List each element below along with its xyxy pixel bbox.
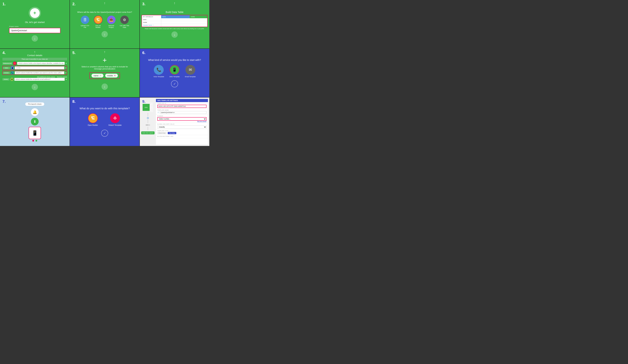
template-id-label: TEMPLATE ID	[157, 103, 207, 104]
reference-id-input[interactable]	[17, 62, 65, 65]
minus-btn[interactable]: −	[150, 106, 153, 109]
template-action-question: What do you want to do with this templat…	[79, 107, 130, 110]
upload-csv-label: Upload CSV File	[80, 25, 90, 28]
table-row-add[interactable]: Variable Name +	[142, 24, 207, 27]
phone-note: Please note that phone numbers should st…	[145, 28, 204, 29]
flow-line-1	[148, 113, 148, 117]
multipart-group: ALLOW MULTIPART SMS	[156, 135, 208, 138]
personalization-text: Select or unselect columns that you wish…	[78, 66, 131, 70]
next-button-4[interactable]: ↓	[32, 84, 38, 90]
col-my-variables: MY VARIABLES	[142, 15, 161, 18]
remove-column-link[interactable]: Remove column	[57, 76, 67, 77]
sms-row: SMS 📱 ▼	[2, 66, 67, 70]
sms-flow-diagram: SMS ⚙ − + SMS 1 Hello from Upwire	[141, 99, 155, 145]
step-number-4: 4.	[2, 51, 6, 55]
email-icon: ✉	[10, 77, 14, 81]
sms-node: SMS	[143, 104, 150, 111]
step-number-8: 8.	[72, 99, 76, 104]
email-template-option[interactable]: ✉ Email Template	[185, 65, 196, 77]
cell-8: 8. What do you want to do with this temp…	[70, 98, 140, 146]
red-dot	[32, 140, 34, 142]
template-id-input[interactable]	[157, 105, 207, 108]
upload-csv-option[interactable]: 🗄 Upload CSV File	[80, 16, 90, 28]
sms-node-label: SMS	[145, 107, 148, 108]
open-builder-option[interactable]: 🏗 Open Builder	[88, 113, 98, 126]
voice-input[interactable]	[15, 71, 64, 74]
confirm-button-6[interactable]: ✓	[171, 80, 178, 87]
cell-2: 2. ↑ Where will the data for the UpwireQ…	[70, 0, 140, 48]
detach-template-option[interactable]: ♻ Detach Template	[109, 113, 122, 126]
two-way-button[interactable]: Two Way	[168, 132, 176, 134]
delivery-select[interactable]: Instantly	[157, 125, 207, 128]
mobile-value-cell2	[190, 21, 207, 24]
voice-tag: VOICE	[3, 72, 10, 74]
sms-arrow: ▼	[65, 67, 67, 69]
record-count-bar: There are 8 record(s) in your data set.	[2, 58, 67, 61]
template-name-input[interactable]	[160, 111, 207, 114]
sms-settings-container: SMS ⚙ − + SMS 1 Hello from Upwire SMS TE	[141, 99, 208, 145]
cell-9: 9. SMS ⚙ − + SMS 1	[140, 98, 209, 146]
confirm-button-8[interactable]: ✓	[101, 130, 108, 137]
next-button-2[interactable]: ↓	[101, 31, 108, 37]
msg-preview-node: Hello from Upwire	[141, 131, 155, 134]
sms-template-option[interactable]: 📱 SMS Template	[169, 65, 180, 77]
number-select[interactable]: Select number...	[157, 117, 207, 121]
sms-input[interactable]	[15, 66, 64, 69]
contact-details-title: Contact details	[2, 54, 67, 57]
detach-template-label: Detach Template	[109, 124, 122, 126]
delivery-label: GLOBAL DELIVERY DELAY	[157, 123, 207, 125]
template-type-label: TEMPLATE TYPE	[157, 130, 207, 131]
upload-csv-icon: 🗄	[81, 16, 89, 24]
up-arrow-icon-4: ↑	[34, 50, 36, 54]
number-label: NUMBER	[157, 116, 207, 117]
down-arrow-icon-4: ↓	[34, 85, 36, 89]
mobile-tag[interactable]: mobile ✕	[105, 74, 118, 77]
add-phone-link[interactable]: Add additional phone column	[37, 76, 55, 77]
variable-name-add[interactable]: Variable Name +	[142, 24, 161, 26]
add-remove-links: Add additional phone column Remove colum…	[2, 76, 67, 77]
name-tag-label: name	[94, 74, 98, 77]
build-table-title: Build Data Table	[166, 11, 183, 13]
plus-circle-outer: +	[29, 7, 41, 19]
file-icon: 📄	[157, 112, 159, 113]
voice-row: VOICE 📞 ▼	[2, 71, 67, 75]
up-arrow-icon-3: ↑	[174, 1, 175, 5]
name-value-cell	[161, 18, 190, 21]
next-button-1[interactable]: ↓	[32, 35, 38, 42]
sms-settings-panel: SMS TEMPLATE SETTINGS TEMPLATE ID TEMPLA…	[156, 99, 208, 145]
reference-id-icon: 🔴	[13, 61, 16, 65]
green-dot	[35, 140, 37, 142]
send-only-button[interactable]: Send Only	[157, 132, 167, 134]
name-value-cell2	[161, 21, 190, 24]
step-number-6: 6.	[142, 51, 145, 55]
plus-circle-inner[interactable]: +	[30, 8, 40, 18]
use-builder-option[interactable]: 🏗 Use our Builder	[93, 16, 103, 28]
buy-number-link[interactable]: Buy new number	[157, 121, 207, 122]
data-table: MY VARIABLES name mobile name mobile Var…	[142, 15, 208, 27]
flow-line-3	[148, 127, 148, 130]
test-data-option[interactable]: ⚙ Use with Test Data	[120, 16, 129, 28]
reference-id-arrow: ▼	[65, 62, 67, 64]
project-name-input[interactable]	[9, 28, 60, 33]
data-source-options: 🗄 Upload CSV File 🏗 Use our Builder 📥 In…	[80, 16, 129, 28]
down-arrow-icon-2: ↓	[104, 32, 106, 36]
use-builder-icon: 🏗	[94, 16, 102, 24]
next-button-5[interactable]: ↓	[101, 83, 108, 90]
step-number-1: 1.	[2, 2, 6, 6]
cell-7: 7. Pre launch check 🔔 ⬇ 📱	[0, 98, 70, 146]
prelaunch-icons: 🔔 ⬇	[31, 108, 39, 125]
settings-btn[interactable]: ⚙	[150, 102, 153, 106]
plus-icon-5: +	[103, 56, 107, 64]
voice-template-option[interactable]: 📞 Voice Template	[154, 65, 164, 77]
next-button-3[interactable]: ↓	[171, 31, 178, 38]
inbound-project-option[interactable]: 📥 Inbound Project	[106, 16, 116, 28]
phone-preview: 📱	[29, 127, 41, 139]
template-name-label: TEMPLATE NAME	[157, 110, 207, 111]
step-number-7: 7.	[2, 99, 6, 104]
expand-btn[interactable]: +	[150, 109, 153, 112]
name-tag[interactable]: name ✓	[91, 74, 103, 77]
email-input[interactable]	[14, 78, 65, 81]
data-source-question: Where will the data for the UpwireQuicks…	[77, 11, 132, 13]
cell-4: 4. ↑ Contact details There are 8 record(…	[0, 49, 70, 97]
download-icon: ⬇	[31, 118, 39, 125]
